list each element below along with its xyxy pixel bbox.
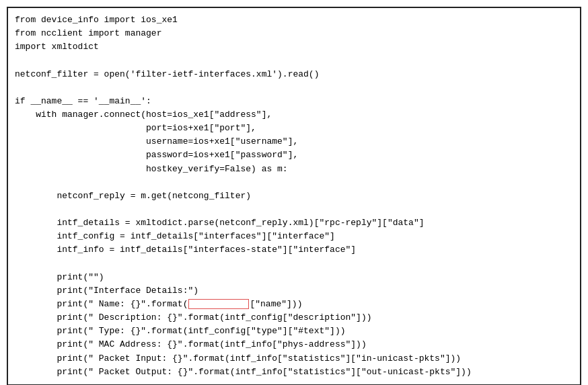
code-line-6	[15, 81, 573, 95]
code-line-19	[15, 257, 573, 271]
code-line-4	[15, 54, 573, 67]
code-line-24: print(" Type: {}".format(intf_config["ty…	[15, 325, 573, 338]
code-line-8: with manager.connect(host=ios_xe1["addre…	[15, 108, 573, 122]
code-line-11: password=ios+xe1["password"],	[15, 148, 573, 162]
code-line-2: from ncclient import manager	[15, 27, 573, 40]
code-line-25: print(" MAC Address: {}".format(intf_inf…	[15, 338, 573, 351]
code-line-12: hostkey_verify=False) as m:	[15, 163, 573, 176]
highlighted-input[interactable]	[188, 299, 249, 309]
code-line-9: port=ios+xe1["port"],	[15, 122, 573, 135]
code-line-18: intf_info = intf_details["interfaces-sta…	[15, 243, 573, 257]
code-line-1: from device_info import ios_xe1	[15, 13, 573, 27]
code-line-13	[15, 176, 573, 189]
code-line-20: print("")	[15, 271, 573, 284]
code-line-5: netconf_filter = open('filter-ietf-inter…	[15, 68, 573, 81]
code-block: from device_info import ios_xe1 from ncc…	[7, 7, 581, 385]
code-line-3: import xmltodict	[15, 40, 573, 54]
code-line-27: print(" Packet Output: {}".format(intf_i…	[15, 366, 573, 379]
code-line-22: print(" Name: {}".format(["name"]))	[15, 298, 573, 311]
code-line-16: intf_details = xmltodict.parse(netconf_r…	[15, 216, 573, 230]
code-line-26: print(" Packet Input: {}".format(intf_in…	[15, 352, 573, 366]
code-line-10: username=ios+xe1["username"],	[15, 135, 573, 148]
code-line-7: if __name__ == '__main__':	[15, 95, 573, 108]
code-line-23: print(" Description: {}".format(intf_con…	[15, 311, 573, 325]
code-line-14: netconf_reply = m.get(netcong_filter)	[15, 189, 573, 203]
code-line-15	[15, 203, 573, 216]
code-line-21: print("Interface Details:")	[15, 284, 573, 298]
code-line-17: intf_config = intf_details["interfaces"]…	[15, 230, 573, 243]
